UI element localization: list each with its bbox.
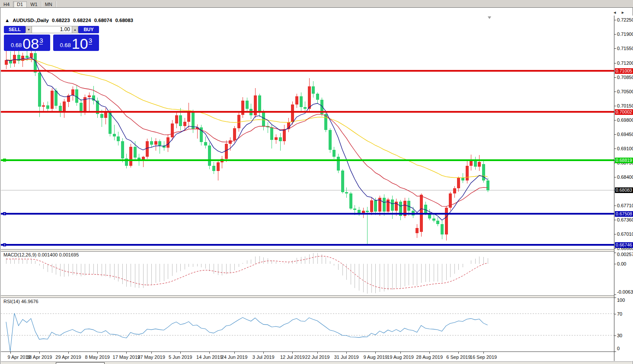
sell-price-pip: 3: [39, 37, 43, 44]
macd-indicator-label: MACD(12,26,9) 0.001400 0.001695: [3, 252, 79, 257]
sell-price-big: 08: [22, 37, 39, 50]
price-axis-label: 0.68400: [617, 174, 633, 180]
price-axis-label: -0.006326: [617, 289, 633, 295]
candlestick-series: [5, 48, 489, 244]
date-tick: [39, 352, 40, 354]
price-axis-label: 0.71005: [615, 68, 633, 74]
date-tick: [180, 352, 181, 354]
date-tick: [346, 352, 347, 354]
chart-window: ▲ AUDUSD-,Daily 0.68223 0.68224 0.68074 …: [0, 7, 633, 364]
tab-scroll-left-icon: ◄: [613, 10, 621, 15]
tab-scroll-arrows[interactable]: ◄►: [613, 10, 629, 15]
axis-tick: [614, 149, 616, 149]
buy-button[interactable]: BUY: [78, 26, 99, 33]
date-tick: [483, 352, 484, 354]
price-axis-label: 0.69100: [617, 146, 633, 152]
axis-tick: [614, 248, 616, 249]
date-tick: [317, 352, 318, 354]
date-tick: [97, 352, 98, 354]
price-axis-label: 0.67010: [617, 231, 633, 237]
rsi-value: 46.9676: [21, 299, 38, 304]
date-axis[interactable]: 9 Apr 201918 Apr 201929 Apr 20198 May 20…: [1, 351, 614, 361]
date-tick: [429, 352, 430, 354]
quote-header: ▲ AUDUSD-,Daily 0.68223 0.68224 0.68074 …: [5, 18, 135, 23]
horizontal-level-line[interactable]: [1, 244, 614, 246]
rsi-line: [6, 313, 488, 351]
axis-tick: [614, 314, 616, 314]
price-axis-label: 30: [617, 333, 622, 339]
quote-low: 0.68074: [94, 18, 112, 23]
macd-histogram: [6, 253, 488, 294]
price-axis-label: 0.71900: [617, 32, 633, 37]
axis-tick: [614, 351, 616, 352]
macd-signal-line: [6, 256, 488, 289]
macd-panel-canvas[interactable]: [1, 251, 614, 295]
buy-price-tile[interactable]: 0.68 10 3: [53, 35, 99, 51]
price-axis-label: 0.00: [617, 261, 626, 267]
price-axis-label: 0.002574: [617, 252, 633, 257]
axis-tick: [614, 34, 616, 35]
sell-button[interactable]: SELL: [4, 26, 26, 33]
price-axis-label: 0.70850: [617, 75, 633, 80]
horizontal-level-line[interactable]: [1, 111, 614, 113]
macd-main-value: 0.001400: [38, 252, 58, 257]
axis-tick: [614, 120, 616, 120]
axis-tick: [614, 294, 616, 295]
horizontal-level-line[interactable]: [1, 213, 614, 215]
buy-price-prefix: 0.68: [60, 42, 71, 48]
axis-tick: [614, 298, 616, 298]
price-axis-label: 0.70150: [617, 103, 633, 109]
axis-tick: [614, 177, 616, 177]
volume-down-button[interactable]: ▼: [26, 26, 32, 33]
mt4-terminal: H4D1W1MN ▲ AUDUSD-,Daily 0.68223 0.68224…: [0, 0, 633, 364]
price-axis-label: 0.69450: [617, 132, 633, 137]
axis-tick: [614, 77, 616, 78]
axis-tick: [614, 92, 616, 92]
horizontal-level-line[interactable]: [1, 159, 614, 161]
timeframe-button-h4[interactable]: H4: [0, 1, 13, 8]
axis-tick: [614, 253, 616, 253]
chart-tab-bar: EURUSD-,DailyAUDUSD-,DailyUSDCHF-,Daily|…: [1, 361, 632, 364]
price-axis-label: 0.71550: [617, 46, 633, 51]
quote-open: 0.68223: [52, 18, 70, 23]
price-axis-label: 0.70500: [617, 89, 633, 95]
sell-price-prefix: 0.68: [11, 42, 22, 48]
axis-tick: [614, 206, 616, 206]
price-axis[interactable]: 0.722500.719000.715500.712000.708500.705…: [614, 16, 633, 361]
axis-tick: [614, 48, 616, 49]
horizontal-level-line[interactable]: [1, 70, 614, 72]
timeframe-button-d1[interactable]: D1: [13, 1, 27, 8]
date-tick: [68, 352, 69, 354]
buy-price-pip: 3: [89, 37, 92, 44]
date-tick: [10, 352, 11, 354]
rsi-indicator-label: RSI(14) 46.9676: [3, 299, 38, 304]
date-tick: [209, 352, 210, 354]
chart-shift-marker-icon[interactable]: [488, 16, 491, 19]
timeframe-toolbar: H4D1W1MN: [0, 0, 633, 8]
axis-tick: [614, 264, 616, 264]
tab-scroll-right-icon: ►: [621, 10, 629, 15]
quote-close: 0.68083: [115, 18, 133, 23]
volume-up-button[interactable]: ▲: [72, 26, 78, 33]
timeframe-button-w1[interactable]: W1: [27, 1, 42, 8]
quote-high: 0.68224: [73, 18, 91, 23]
volume-input[interactable]: 1.00: [32, 26, 72, 33]
date-tick: [375, 352, 376, 354]
rsi-panel-canvas[interactable]: [1, 298, 614, 351]
price-axis-label: 0.66746: [615, 242, 633, 248]
date-tick: [400, 352, 401, 354]
price-axis-label: 0.68083: [615, 187, 633, 193]
price-axis-label: 100: [617, 298, 625, 303]
axis-tick: [614, 63, 616, 63]
sell-price-tile[interactable]: 0.68 08 3: [4, 35, 50, 51]
chart-tab-audusd-daily[interactable]: AUDUSD-,Daily: [56, 362, 105, 364]
moving-average-ma-medium: [6, 59, 488, 206]
date-tick: [126, 352, 127, 354]
price-axis-label: 0.71200: [617, 60, 633, 66]
macd-signal-value: 0.001695: [59, 252, 79, 257]
date-tick: [458, 352, 459, 354]
timeframe-button-mn[interactable]: MN: [42, 1, 56, 8]
price-axis-label: 0.67360: [617, 217, 633, 223]
collapse-icon[interactable]: ▲: [5, 18, 10, 23]
price-axis-label: 0.67508: [615, 211, 633, 217]
